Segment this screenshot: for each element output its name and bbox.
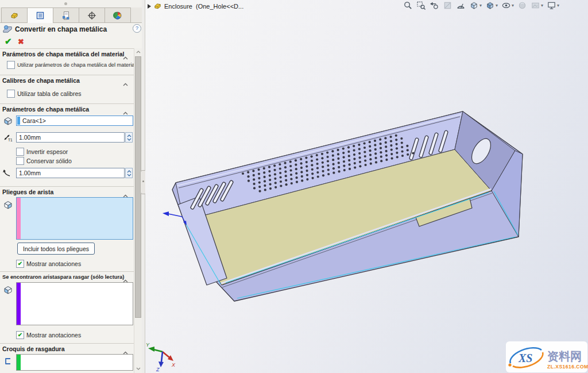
spin-up-icon[interactable] — [127, 170, 131, 173]
spin-up-icon[interactable] — [127, 134, 131, 137]
checkbox-label: Utilizar parámetros de chapa metálica de… — [17, 62, 136, 68]
section-title: Parámetros de chapa metálica del materia… — [2, 51, 124, 57]
use-material-params-checkbox[interactable] — [7, 61, 15, 69]
tab-display-manager[interactable] — [105, 7, 131, 22]
dropdown-arrow-icon[interactable]: ▾ — [479, 3, 482, 8]
edit-appearance-icon — [517, 1, 527, 10]
checkbox-label: Invertir espesor — [26, 148, 68, 155]
heads-up-toolbar: ▾ ▾ ▾ — [403, 1, 559, 10]
reverse-thickness-checkbox[interactable] — [16, 148, 24, 156]
checkbox-use-gauge-table[interactable]: Utilizar tabla de calibres — [7, 90, 81, 98]
check-icon: ✔ — [18, 261, 22, 267]
section-header-rip-edges[interactable]: Se encontraron aristaspara rasgar (sólo … — [0, 271, 134, 282]
fixed-face-icon — [3, 116, 13, 126]
dropdown-arrow-icon[interactable]: ▾ — [541, 3, 543, 8]
use-gauge-table-checkbox[interactable] — [7, 90, 15, 98]
flyout-feature-tree[interactable]: Enclosure (One_Hole<<D... — [148, 2, 243, 10]
dropdown-arrow-icon[interactable]: ▾ — [557, 3, 559, 8]
view-orientation-button[interactable]: ▾ — [469, 1, 482, 10]
triad-y-label: Y — [146, 342, 150, 348]
triad-z-label: Z — [156, 367, 160, 372]
triad-x-label: X — [171, 362, 176, 368]
rip-sketch-color-bar — [17, 355, 21, 370]
tree-expand-icon[interactable] — [148, 4, 151, 9]
section-header-gauges[interactable]: Calibres de chapa metálica — [0, 75, 134, 85]
tab-configuration-manager[interactable] — [53, 7, 79, 22]
display-style-icon — [485, 1, 495, 10]
checkbox-reverse-thickness[interactable]: Invertir espesor — [16, 148, 68, 156]
fixed-face-selection-field[interactable]: Cara<1> — [16, 116, 133, 126]
panel-collapse-handle[interactable] — [64, 2, 67, 5]
cancel-button[interactable]: ✖ — [18, 37, 24, 46]
edge-bends-selection-list[interactable] — [16, 197, 133, 240]
thickness-spinner[interactable] — [125, 132, 133, 143]
section-title: Se encontraron aristaspara rasgar (sólo … — [2, 274, 124, 280]
collapse-chevron-icon[interactable] — [123, 78, 128, 89]
rip-edges-list[interactable] — [16, 282, 133, 325]
section-header-material-params[interactable]: Parámetros de chapa metálica del materia… — [0, 48, 134, 59]
section-title: Pliegues de arista — [2, 189, 53, 195]
apply-scene-button[interactable]: ▾ — [531, 1, 543, 10]
graphics-area[interactable]: Y X Z XS 资料网 ZL.XS1616.COM — [145, 0, 588, 373]
spin-down-icon[interactable] — [127, 174, 131, 176]
checkbox-show-callouts-bends[interactable]: ✔ Mostrar anotaciones — [16, 260, 81, 268]
fixed-face-value: Cara<1> — [22, 117, 46, 124]
section-title: Parámetros de chapa metálica — [2, 106, 89, 113]
show-callouts-checkbox[interactable]: ✔ — [16, 331, 24, 339]
accept-button[interactable]: ✔ — [5, 36, 12, 47]
edge-bends-color-bar — [17, 198, 21, 239]
collect-all-bends-button[interactable]: Incluir todos los pliegues — [17, 243, 95, 255]
section-view-button[interactable] — [443, 1, 452, 10]
hide-show-items-button[interactable]: ▾ — [501, 1, 514, 10]
convert-to-sheet-metal-icon — [2, 24, 13, 34]
panel-title: Convertir en chapa metálica — [15, 25, 107, 33]
spin-down-icon[interactable] — [127, 138, 131, 141]
property-manager-header: Convertir en chapa metálica ? — [0, 23, 142, 36]
dropdown-arrow-icon[interactable]: ▾ — [512, 3, 514, 8]
checkbox-show-callouts-rip[interactable]: ✔ Mostrar anotaciones — [16, 331, 81, 339]
rip-sketch-list[interactable] — [16, 354, 133, 371]
tab-feature-manager[interactable] — [1, 7, 28, 22]
section-header-rip-sketches[interactable]: Croquis de rasgadura — [0, 343, 134, 353]
view-settings-button[interactable]: ▾ — [547, 1, 559, 10]
panel-scrollbar[interactable] — [134, 48, 142, 373]
edit-appearance-button[interactable] — [517, 1, 527, 10]
section-title: Calibres de chapa metálica — [2, 77, 80, 84]
scroll-down-icon[interactable] — [134, 365, 142, 372]
watermark: XS 资料网 ZL.XS1616.COM — [506, 341, 588, 372]
help-button[interactable]: ? — [133, 24, 141, 33]
rip-sketch-icon — [3, 356, 13, 367]
display-style-button[interactable]: ▾ — [485, 1, 498, 10]
zoom-to-fit-button[interactable] — [403, 1, 413, 10]
thickness-field[interactable]: 1.00mm — [16, 132, 125, 143]
splitter-dot — [142, 180, 144, 182]
bend-radius-field[interactable]: 1.00mm — [16, 168, 125, 178]
model-canvas[interactable]: Y X Z XS 资料网 ZL.XS1616.COM — [145, 0, 588, 373]
section-header-edge-bends[interactable]: Pliegues de arista — [0, 186, 134, 197]
measure-icon — [456, 1, 466, 10]
previous-view-icon — [430, 1, 439, 10]
zoom-to-fit-icon — [403, 1, 413, 10]
tab-property-manager[interactable] — [27, 7, 53, 23]
rip-edges-icon — [3, 284, 13, 295]
checkbox-use-material-params[interactable]: Utilizar parámetros de chapa metálica de… — [7, 61, 136, 69]
keep-body-checkbox[interactable] — [16, 157, 24, 165]
checkbox-label: Conservar sólido — [26, 157, 72, 164]
measure-button[interactable] — [456, 1, 466, 10]
tab-dimxpert-manager[interactable] — [79, 7, 105, 22]
bend-radius-spinner[interactable] — [125, 168, 133, 178]
section-header-sheet-params[interactable]: Parámetros de chapa metálica — [0, 103, 134, 114]
ok-cancel-row: ✔ ✖ — [0, 35, 134, 49]
show-callouts-checkbox[interactable]: ✔ — [16, 260, 24, 268]
checkbox-keep-body[interactable]: Conservar sólido — [16, 157, 72, 165]
previous-view-button[interactable] — [430, 1, 439, 10]
reference-triad: Y X Z — [146, 342, 176, 372]
section-title: Croquis de rasgadura — [2, 345, 65, 352]
solidworks-window: Convertir en chapa metálica ? ✔ ✖ Paráme… — [0, 0, 588, 373]
bend-radius-icon — [2, 168, 12, 178]
checkbox-label: Utilizar tabla de calibres — [17, 90, 81, 97]
panel-tab-bar — [0, 7, 142, 23]
zoom-to-area-button[interactable] — [416, 1, 426, 10]
dropdown-arrow-icon[interactable]: ▾ — [496, 3, 498, 8]
scroll-up-icon[interactable] — [134, 48, 142, 56]
